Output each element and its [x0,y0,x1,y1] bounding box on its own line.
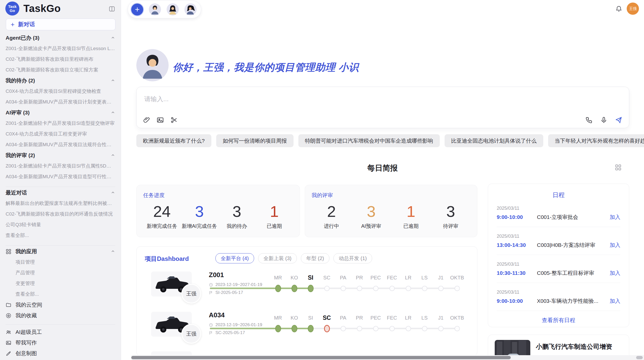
milestone-label: FEC [384,274,400,281]
new-chat-button[interactable]: + 新对话 [6,19,115,30]
user-avatar[interactable]: 王强 [627,3,639,15]
recent-chats-view-all[interactable]: 查看全部... [6,230,115,241]
project-row[interactable]: 王强 Z001 2023-12-19~2027-01-19 SI-2025-05… [137,271,477,304]
milestone-node-MR [275,285,281,292]
project-flag-milestone: SC-2025-05-17 [209,330,245,335]
schedule-date: 2025/03/11 [497,290,620,295]
project-owner-avatar: 王强 [181,284,201,304]
suggestion-chip[interactable]: 比亚迪全固态电池计划具体说了什么 [445,134,543,147]
horizontal-scrollbar-thumb[interactable] [131,356,511,359]
sidebar-task-item[interactable]: C0X4-动力总成开发项目SI里程碑提交物检查 [6,86,115,97]
sidebar-task-item[interactable]: Z001-全新燃油轻卡产品开发项目SI造型提交物评审 [6,118,115,129]
suggestion-chip[interactable]: 当下年轻人对汽车外观有怎样的喜好趋势 [548,134,644,147]
schedule-title: 日程 [497,191,620,199]
sidebar-item-help-me-write[interactable]: 帮我写作 [6,337,115,348]
milestone-FEC: FEC [384,271,400,291]
notification-bell-icon[interactable] [615,5,622,12]
filter-new-platform[interactable]: 全新平台 (4) [215,253,254,263]
sidebar-item-ai-super-staff[interactable]: AI超级员工 [6,327,115,337]
sidebar-scroll: Agent已办 (3) Z001-全新燃油皮卡产品开发项目SI节点Lesson … [0,33,121,360]
milestone-LR: LR [400,271,416,291]
app-item-change-mgmt[interactable]: 变更管理 [6,278,115,289]
section-header-recent-chats[interactable]: 最近对话 [6,187,115,198]
sidebar-task-item[interactable]: Z001-全新燃油皮卡产品开发项目SI节点Lesson Learn报告 [6,43,115,54]
milestone-MR: MR [270,311,286,332]
app-window: Task Go TaskGo + 新对话 Agent已办 (3) Z001-全新… [0,0,644,360]
schedule-item: 2025/03/11 9:00-10:00 X003-车辆动力学性能验... 加… [497,283,620,311]
join-meeting-button[interactable]: 加入 [610,269,620,277]
milestone-label: LR [400,274,416,281]
milestone-SC: SC [319,271,335,291]
view-all-schedule-link[interactable]: 查看所有日程 [497,317,620,324]
milestone-track: MRKOSISCPAPRPECFECLRLSJ1OKTB [270,271,473,304]
sidebar-item-favorites[interactable]: 我的收藏 [6,310,115,321]
schedule-date: 2025/03/11 [497,206,620,211]
dashboard-title: 项目Dashboard [145,255,189,263]
collapse-sidebar-icon[interactable] [109,6,115,12]
phone-call-icon[interactable] [585,116,593,124]
section-header-ai-review[interactable]: AI评审 (3) [6,107,115,118]
sidebar-task-item[interactable]: A034-全新新能源MUV产品开发项目造型可行性评审 [6,171,115,182]
recent-chat-item[interactable]: 解释最新出台的欧盟报废车法规再生塑料比例被调至15%... [6,198,115,209]
filter-new-body[interactable]: 全新上装 (3) [258,253,297,263]
schedule-date: 2025/03/11 [497,234,620,239]
plus-icon: + [11,22,14,27]
image-upload-icon[interactable] [156,116,164,124]
sidebar-task-item[interactable]: A034-全新新能源MUV产品开发项目计划变更表编写 [6,97,115,107]
sidebar-task-item[interactable]: Z001-全新燃油轻卡产品开发项目SI节点属性5D文件评审 [6,161,115,171]
milestone-node-SI [308,325,314,332]
section-header-my-todo[interactable]: 我的待办 (2) [6,75,115,86]
send-icon[interactable] [615,116,622,124]
milestone-LS: LS [416,271,433,291]
recent-chat-item[interactable]: C02-飞腾新能源轻客改款项目的闭环通告反馈情况 [6,209,115,219]
sidebar-task-item[interactable]: C02-飞腾新能源轻客改款项目立项汇报方案 [6,65,115,75]
recent-chat-item[interactable]: 公司Q3轻卡销量 [6,219,115,230]
filter-powertrain[interactable]: 动总开发 (1) [333,253,372,263]
sidebar-task-item[interactable]: A034-全新新能源MUV产品开发项目法规符合性评审 [6,139,115,150]
join-meeting-button[interactable]: 加入 [610,297,620,305]
milestone-label: MR [270,314,286,321]
milestone-PR: PR [351,271,368,291]
schedule-event-title: C003|H0B-方案冻结评审 [537,242,610,249]
message-input[interactable] [144,93,501,105]
join-meeting-button[interactable]: 加入 [610,214,620,221]
chevron-up-icon [111,78,115,83]
milestone-J1: J1 [433,311,449,331]
agent-avatar-3[interactable] [184,3,197,16]
suggestion-chip[interactable]: 如何写一份清晰的项目周报 [216,134,294,147]
schedule-event-title: C005-整车工程目标评审 [537,269,610,277]
app-title: TaskGo [23,3,61,14]
apps-view-all[interactable]: 查看全部... [6,289,115,299]
suggestion-chip[interactable]: 特朗普可能对进口汽车增税会对中国车企造成哪些影响 [298,134,440,147]
stat-block: 3 待评审 [431,202,471,230]
suggestion-chip[interactable]: 欧洲新规最近颁布了什么? [136,134,211,147]
agent-avatar-1[interactable] [149,3,161,16]
attachment-icon[interactable] [143,116,150,124]
sidebar-item-creative-drawing[interactable]: 创意制图 [6,348,115,359]
schedule-date: 2025/03/11 [497,262,620,267]
app-item-project-mgmt[interactable]: 项目管理 [6,257,115,267]
chevron-up-icon [111,153,115,158]
grid-icon [6,249,11,254]
section-header-my-review[interactable]: 我的评审 (2) [6,150,115,161]
project-row[interactable]: 王强 A034 2023-12-19~2026-01-19 SC-2025-05… [137,311,477,344]
filter-model-year[interactable]: 年型 (2) [301,253,329,263]
sidebar-task-item[interactable]: C0X4-动力总成开发项目工程变更评审 [6,129,115,139]
milestone-MR: MR [270,271,286,292]
app-item-product-mgmt[interactable]: 产品管理 [6,267,115,278]
agent-avatar-2[interactable] [167,3,179,16]
sidebar-item-cloud-space[interactable]: 我的云空间 [6,299,115,310]
news-title: 小鹏飞行汽车制造公司增资 [536,342,622,351]
scrollbar-corner-thumb[interactable] [636,356,643,359]
briefing-layout-icon[interactable] [615,164,622,171]
add-agent-button[interactable]: + [131,4,143,16]
join-meeting-button[interactable]: 加入 [610,242,620,249]
microphone-icon[interactable] [600,116,608,124]
sidebar-item-my-apps[interactable]: 我的应用 [6,246,115,257]
section-header-agent-done[interactable]: Agent已办 (3) [6,33,115,43]
clock-icon [209,323,213,327]
sidebar-task-item[interactable]: C02-飞腾新能源轻客改款项目里程碑画布 [6,54,115,65]
screenshot-scissors-icon[interactable] [170,116,178,124]
card-title: 我的评审 [312,192,471,199]
message-composer [136,87,629,128]
